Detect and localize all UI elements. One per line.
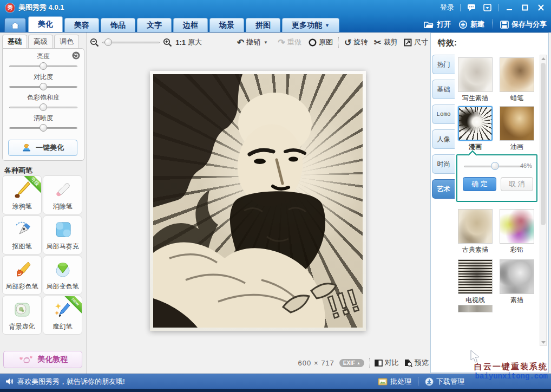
brush-magic-pen[interactable]: 魔幻笔 new (43, 296, 82, 335)
effect-thumbnail (458, 305, 493, 312)
download-manager-button[interactable]: 下载管理 (425, 377, 464, 387)
brush-eraser-pen[interactable]: 消除笔 (43, 175, 82, 214)
slider-handle[interactable] (40, 83, 47, 90)
brush-background-blur[interactable]: 背景虚化 (2, 296, 42, 335)
main-image[interactable]: !!! (150, 71, 366, 331)
tab-beautify[interactable]: 美化 (28, 16, 63, 32)
effect-thumbnail (458, 259, 493, 294)
brush-local-mosaic[interactable]: 局部马赛克 (43, 215, 82, 254)
open-button[interactable]: 打开 (424, 19, 451, 29)
contrast-slider[interactable] (9, 82, 77, 92)
cancel-button[interactable]: 取 消 (501, 177, 533, 191)
brush-local-recolor-pen[interactable]: 局部变色笔 (43, 256, 82, 295)
tab-advanced-adjust[interactable]: 高级 (28, 35, 53, 48)
popup-notch (468, 151, 477, 160)
chevron-down-icon: ▼ (325, 23, 330, 28)
effect-comic[interactable]: 漫画 (458, 106, 493, 152)
crop-button[interactable]: ✂ 裁剪 (374, 37, 397, 48)
rotate-button[interactable]: ↺ 旋转 (344, 37, 368, 48)
close-button[interactable] (536, 4, 546, 12)
slider-handle[interactable] (40, 62, 47, 70)
tab-beauty[interactable]: 美容 (64, 18, 99, 32)
skin-menu-icon[interactable] (482, 4, 492, 12)
tab-more-features[interactable]: 更多功能▼ (282, 18, 339, 32)
scroll-up-button[interactable] (540, 55, 546, 62)
scrollbar-thumb[interactable] (541, 63, 546, 225)
new-button[interactable]: 新建 (458, 19, 484, 29)
category-portrait[interactable]: 人像 (432, 129, 455, 149)
paint-bucket-icon (53, 260, 73, 282)
zoom-in-icon[interactable] (163, 38, 172, 47)
category-basic[interactable]: 基础 (432, 80, 455, 99)
compare-button[interactable]: 对比 (375, 358, 399, 368)
effect-classic-sketch[interactable]: 古典素描 (458, 209, 493, 254)
category-lomo[interactable]: Lomo (432, 104, 455, 124)
tab-scene[interactable]: 场景 (209, 18, 244, 32)
brush-cutout-pen[interactable]: 抠图笔 (2, 215, 42, 254)
effect-partial-thumbnail[interactable] (458, 305, 493, 312)
tab-collage[interactable]: 拼图 (246, 18, 280, 32)
app-title: 美图秀秀 4.0.1 (18, 3, 64, 12)
tab-accessories[interactable]: 饰品 (101, 18, 135, 32)
undo-button[interactable]: ↶ 撤销 ▼ (237, 37, 268, 48)
resize-icon (404, 38, 412, 47)
exif-badge[interactable]: EXIF▲ (339, 359, 364, 367)
category-art[interactable]: 艺术 (432, 179, 455, 199)
slider-handle[interactable] (491, 162, 499, 170)
saturation-slider[interactable] (9, 103, 77, 112)
one-click-beautify-button[interactable]: 一键美化 (8, 140, 77, 156)
login-link[interactable]: 登录 (440, 3, 454, 12)
effect-color-pencil[interactable]: 彩铅 (500, 209, 534, 254)
zoom-slider[interactable] (102, 38, 160, 47)
save-share-button[interactable]: 保存与分享 (500, 19, 547, 29)
batch-process-button[interactable]: 批处理 (378, 377, 411, 387)
effect-crayon[interactable]: 蜡笔 (500, 57, 534, 103)
redo-button[interactable]: ↷ 重做 (278, 37, 301, 48)
effects-scrollbar[interactable] (540, 55, 547, 346)
category-hot[interactable]: 热门 (432, 55, 455, 74)
clarity-slider[interactable] (9, 123, 77, 133)
image-dimensions: 600 × 717 (298, 359, 334, 367)
effect-thumbnail (458, 57, 493, 92)
canvas-toolbar: 1:1原大 ↶ 撤销 ▼ ↷ 重做 原图 ↺ 旋转 ✂ 裁剪 (90, 34, 428, 51)
menubar-separator (492, 19, 493, 29)
effect-sketch[interactable]: 素描 (500, 259, 534, 305)
actual-size-button[interactable]: 1:1原大 (175, 37, 202, 47)
effect-oil-painting[interactable]: 油画 (500, 106, 534, 152)
preview-button[interactable]: 预览 (404, 358, 429, 368)
scroll-down-button[interactable] (540, 339, 546, 345)
effect-thumbnail (500, 57, 534, 92)
brush-graffiti-pen[interactable]: 涂鸦笔 升级 (2, 175, 42, 214)
tab-basic-adjust[interactable]: 基础 (2, 35, 27, 48)
strength-slider[interactable] (464, 162, 522, 171)
brightness-slider[interactable] (9, 62, 77, 71)
zoom-out-icon[interactable] (90, 38, 99, 47)
beautify-tutorial-button[interactable]: 美化教程 (3, 351, 82, 368)
slider-handle[interactable] (104, 38, 112, 46)
tab-text[interactable]: 文字 (137, 18, 172, 32)
slider-handle[interactable] (40, 124, 47, 132)
feedback-icon[interactable] (467, 4, 476, 12)
original-image-button[interactable]: 原图 (309, 37, 333, 47)
undo-dropdown-icon[interactable]: ▼ (264, 40, 268, 45)
tab-border[interactable]: 边框 (173, 18, 208, 32)
effect-categories: 热门 基础 Lomo 人像 时尚 艺术 (432, 55, 455, 199)
paw-hearts-icon (18, 355, 34, 364)
maximize-button[interactable] (520, 4, 530, 12)
ok-button[interactable]: 确 定 (463, 177, 496, 191)
image-info-bar: 600 × 717 EXIF▲ 对比 预览 (292, 355, 429, 370)
tab-color-adjust[interactable]: 调色 (54, 35, 79, 48)
effect-life-sketch[interactable]: 写生素描 (458, 57, 493, 103)
effect-strength-popup: 46% 确 定 取 消 (456, 154, 537, 202)
category-fashion[interactable]: 时尚 (432, 154, 455, 174)
strength-value: 46% (520, 162, 532, 169)
resize-button[interactable]: 尺寸 (404, 37, 428, 47)
slider-handle[interactable] (40, 103, 47, 111)
reset-icon[interactable] (72, 51, 80, 60)
brush-local-color-pen[interactable]: 局部彩色笔 (2, 256, 42, 295)
toolbar-separator (338, 37, 339, 48)
home-tab[interactable] (4, 18, 26, 32)
minimize-button[interactable] (504, 4, 514, 12)
compare-icon (375, 360, 383, 367)
effect-tv-lines[interactable]: 电视线 (458, 259, 493, 305)
